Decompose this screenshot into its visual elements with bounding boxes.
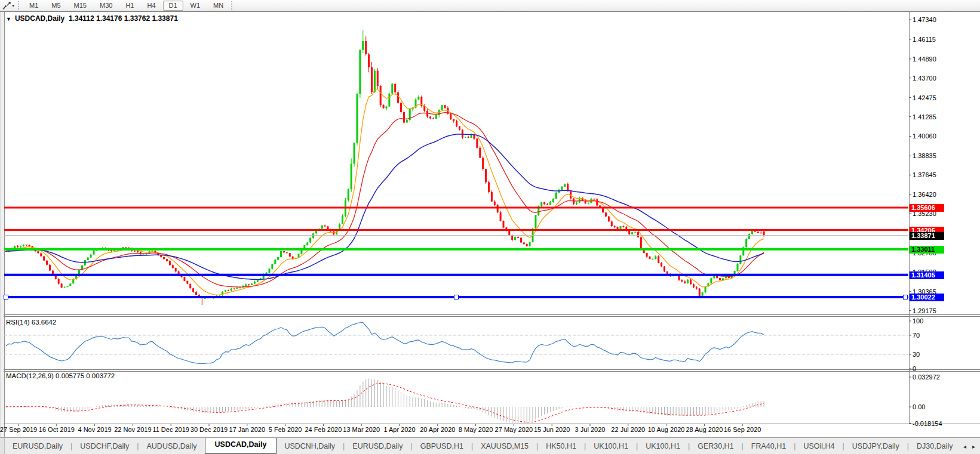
price-axis-tick-label: 1.38835 — [913, 152, 936, 159]
price-tag-1.30022: 1.30022 — [910, 294, 944, 301]
macd-indicator-label: MACD(12,26,9) 0.005775 0.003772 — [6, 372, 115, 379]
price-axis-tick-label: 1.46115 — [913, 36, 936, 43]
toolbar-grip[interactable] — [18, 1, 19, 10]
tab-uk100-h1[interactable]: UK100,H1 — [638, 439, 688, 453]
rsi-line — [6, 323, 764, 364]
tab-usoil-h4[interactable]: USOil,H4 — [795, 439, 842, 453]
bearish-candle-wicks — [6, 36, 764, 305]
ohlc-values: 1.34112 1.34176 1.33762 1.33871 — [69, 14, 178, 23]
price-tag-1.33871: 1.33871 — [910, 232, 944, 240]
macd-pane — [6, 378, 764, 423]
macd-axis-tick-label: -0.018154 — [913, 420, 942, 427]
bullish-candle-bodies — [8, 41, 753, 299]
tab-ger30-h1[interactable]: GER30,H1 — [690, 439, 741, 453]
tab-xauusd-m15[interactable]: XAUUSD,M15 — [473, 439, 536, 453]
rsi-indicator-label: RSI(14) 63.6642 — [6, 319, 56, 326]
timeframe-button-m1[interactable]: M1 — [23, 1, 44, 11]
trendline-handle[interactable] — [4, 295, 8, 299]
tab-eurusd-daily[interactable]: EURUSD,Daily — [345, 439, 410, 453]
date-axis-label: 13 Mar 2020 — [343, 426, 380, 433]
symbol-period-label: USDCAD,Daily — [15, 14, 64, 23]
price-axis-tick-label: 1.43700 — [913, 75, 936, 82]
window-border — [0, 11, 980, 12]
date-axis-label: 22 Jul 2020 — [611, 426, 645, 433]
date-axis-label: 10 Aug 2020 — [648, 426, 685, 433]
tab-audusd-daily[interactable]: AUDUSD,Daily — [139, 439, 205, 453]
macd-signal-line — [6, 383, 764, 422]
rsi-axis-tick-label: 30 — [913, 351, 920, 358]
tab-uk100-h1[interactable]: UK100,H1 — [586, 439, 636, 453]
rsi-pane — [4, 323, 908, 364]
chart-window: ▼USDCAD,Daily 1.34112 1.34176 1.33762 1.… — [0, 11, 980, 437]
timeframe-button-m30[interactable]: M30 — [94, 1, 118, 11]
tab-hk50-h1[interactable]: HK50,H1 — [538, 439, 584, 453]
date-axis-label: 15 Jun 2020 — [534, 426, 570, 433]
toolbar-grip[interactable] — [231, 1, 232, 10]
timeframe-button-m15[interactable]: M15 — [68, 1, 93, 11]
price-tag-1.31405: 1.31405 — [910, 271, 944, 279]
ma-fast-line — [6, 89, 764, 295]
price-axis-tick-label: 1.40060 — [913, 132, 936, 140]
scroll-left-icon[interactable]: ◂ — [963, 443, 966, 450]
price-pane — [4, 30, 908, 305]
tab-eurusd-daily[interactable]: EURUSD,Daily — [5, 439, 70, 453]
dropdown-caret-icon[interactable]: ▾ — [12, 3, 14, 8]
price-axis-tick-label: 1.41285 — [913, 113, 936, 121]
price-axis-tick-label: 1.47340 — [913, 16, 936, 23]
price-axis-tick-label: 1.29175 — [913, 307, 936, 314]
date-axis-label: 27 Sep 2019 — [0, 426, 37, 433]
pane-separator[interactable] — [4, 371, 980, 372]
date-axis-label: 16 Sep 2020 — [724, 426, 761, 433]
date-axis-label: 5 Feb 2020 — [269, 426, 302, 433]
macd-histogram — [6, 378, 764, 423]
date-axis-label: 24 Feb 2020 — [305, 426, 342, 433]
date-axis-label: 4 Nov 2019 — [78, 426, 111, 433]
date-axis-label: 16 Oct 2019 — [39, 426, 75, 433]
timeframe-button-h1[interactable]: H1 — [119, 1, 140, 11]
chart-canvas — [0, 11, 980, 437]
timeframe-button-m5[interactable]: M5 — [45, 1, 66, 11]
scroll-right-icon[interactable]: ▸ — [972, 443, 975, 450]
tab-gbpusd-h1[interactable]: GBPUSD,H1 — [413, 439, 471, 453]
timeframe-button-d1[interactable]: D1 — [163, 1, 183, 11]
price-axis-border — [909, 11, 910, 424]
macd-axis-tick-label: 0.032972 — [913, 373, 940, 381]
collapse-arrow-icon[interactable]: ▼ — [6, 16, 11, 22]
chart-tabs: EURUSD,Daily|USDCHF,Daily|AUDUSD,DailyUS… — [5, 438, 959, 454]
date-axis-label: 11 Dec 2019 — [152, 426, 189, 433]
rsi-axis-tick-label: 70 — [913, 332, 920, 339]
tab-usdjpy-daily[interactable]: USDJPY,Daily — [844, 439, 907, 453]
timeframe-button-mn[interactable]: MN — [207, 1, 229, 11]
date-axis-label: 30 Dec 2019 — [191, 426, 228, 433]
pane-separator[interactable] — [4, 316, 980, 317]
pane-separator — [4, 424, 980, 424]
timeframe-button-w1[interactable]: W1 — [185, 1, 207, 11]
price-axis-tick-label: 1.36420 — [913, 191, 936, 198]
chart-title: ▼USDCAD,Daily 1.34112 1.34176 1.33762 1.… — [6, 14, 178, 23]
rsi-axis-tick-label: 100 — [913, 317, 923, 325]
tab-dj30-daily[interactable]: DJ30,Daily — [909, 439, 959, 453]
tabbar-grip[interactable] — [0, 438, 5, 454]
trendline-handle[interactable] — [454, 295, 459, 299]
tab-usdcnh-daily[interactable]: USDCNH,Daily — [277, 439, 343, 453]
timeframe-toolbar: ▾ M1M5M15M30H1H4D1W1MN — [0, 0, 980, 11]
price-tag-1.35606: 1.35606 — [910, 204, 944, 212]
pane-separator[interactable] — [4, 369, 980, 370]
timeframe-button-h4[interactable]: H4 — [141, 1, 161, 11]
date-axis-label: 27 May 2020 — [495, 426, 533, 433]
tab-usdcad-daily[interactable]: USDCAD,Daily — [205, 438, 277, 454]
tab-usdchf-daily[interactable]: USDCHF,Daily — [72, 439, 137, 453]
pane-separator[interactable] — [4, 314, 980, 315]
date-axis-label: 22 Nov 2019 — [114, 426, 151, 433]
date-axis-label: 3 Jul 2020 — [575, 426, 606, 433]
trendline-handle[interactable] — [903, 295, 908, 299]
timeframe-buttons: M1M5M15M30H1H4D1W1MN — [23, 1, 230, 11]
chart-cursor-icon[interactable] — [1, 1, 12, 10]
macd-axis-tick-label: 0.00 — [913, 403, 925, 410]
date-axis-label: 28 Aug 2020 — [686, 426, 723, 433]
date-axis-label: 8 May 2020 — [459, 426, 493, 433]
price-axis-tick-label: 1.37645 — [913, 171, 936, 178]
chart-tabs-bar: EURUSD,Daily|USDCHF,Daily|AUDUSD,DailyUS… — [0, 437, 980, 454]
bullish-candle-wicks — [9, 30, 752, 299]
tab-fra40-h1[interactable]: FRA40,H1 — [744, 439, 794, 453]
